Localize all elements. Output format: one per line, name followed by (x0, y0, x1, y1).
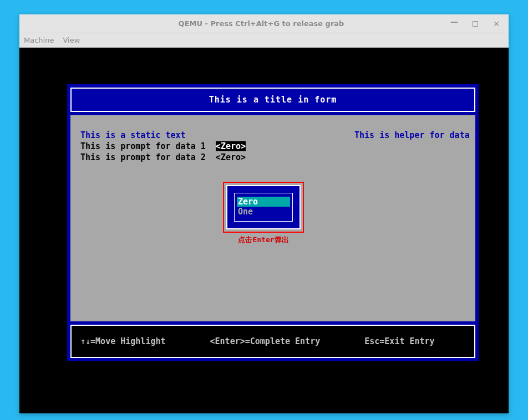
maximize-icon (473, 21, 478, 27)
form-title: This is a title in form (209, 95, 337, 105)
menubar: Machine View (19, 33, 509, 48)
qemu-window: QEMU - Press Ctrl+Alt+G to release grab … (19, 14, 509, 413)
helper-text: This is helper for data 1 (354, 130, 465, 141)
window-titlebar: QEMU - Press Ctrl+Alt+G to release grab (19, 14, 509, 33)
form-left-panel: This is a static text This is prompt for… (80, 130, 246, 163)
form-helper-panel: This is helper for data 1 (354, 130, 465, 141)
popup-caption: 点击Enter弹出 (223, 235, 304, 245)
close-button[interactable] (490, 17, 503, 30)
close-icon (493, 19, 500, 28)
field-row-2[interactable]: This is prompt for data 2 <Zero> (80, 152, 246, 163)
help-move: ↑↓=Move Highlight (80, 336, 166, 346)
popup-option-zero[interactable]: Zero (237, 197, 290, 207)
field-prompt-1: This is prompt for data 1 (80, 141, 206, 151)
minimize-button[interactable] (448, 17, 461, 30)
help-enter: <Enter>=Complete Entry (210, 336, 321, 346)
maximize-button[interactable] (469, 17, 482, 30)
field-value-1: <Zero> (216, 141, 246, 151)
menu-view[interactable]: View (63, 36, 80, 44)
bios-form: This is a title in form This is a static… (67, 84, 479, 361)
static-text: This is a static text (80, 130, 246, 141)
minimize-icon (450, 19, 458, 28)
field-prompt-2: This is prompt for data 2 (80, 152, 206, 162)
help-esc: Esc=Exit Entry (364, 336, 434, 346)
dropdown-popup: Zero One (223, 182, 304, 233)
help-bar: ↑↓=Move Highlight <Enter>=Complete Entry… (70, 325, 475, 358)
menu-machine[interactable]: Machine (24, 36, 54, 44)
form-title-bar: This is a title in form (70, 88, 475, 112)
window-title: QEMU - Press Ctrl+Alt+G to release grab (179, 19, 344, 28)
form-body: This is a static text This is prompt for… (70, 115, 475, 321)
emulator-screen[interactable]: This is a title in form This is a static… (19, 48, 509, 413)
popup-option-one[interactable]: One (237, 207, 290, 217)
field-value-2: <Zero> (216, 152, 246, 162)
field-row-1[interactable]: This is prompt for data 1 <Zero> (80, 141, 246, 152)
